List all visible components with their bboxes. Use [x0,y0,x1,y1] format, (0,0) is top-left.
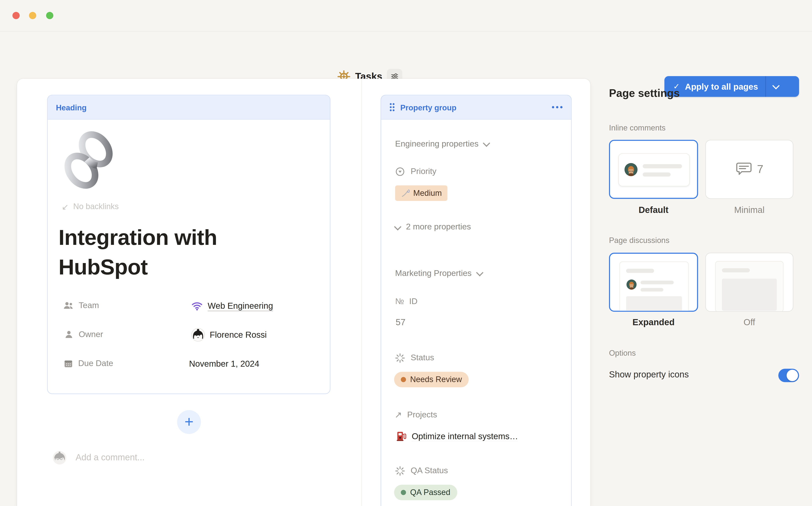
placeholder-line [626,269,654,273]
page-title[interactable]: Integration with HubSpot [59,223,302,282]
property-group-label: Property group [400,103,456,112]
document-preview-card [619,262,689,312]
id-value[interactable]: 57 [396,316,405,329]
placeholder-block [722,279,777,311]
discussions-expanded-option[interactable] [609,253,698,312]
people-icon [63,300,74,311]
heading-block-header[interactable]: Heading [48,95,330,120]
chevron-down-icon [394,223,401,231]
off-option-label: Off [705,317,793,328]
plus-icon: + [184,414,193,430]
spinner-burst-icon [394,352,405,363]
group-engineering-properties[interactable]: Engineering properties [395,138,488,150]
property-group-block[interactable]: Property group Engineering properties Pr… [381,95,572,506]
window-titlebar [0,0,812,31]
more-properties-toggle[interactable]: 2 more properties [395,221,471,233]
placeholder-line [643,164,682,168]
numero-icon: № [395,297,404,306]
inline-comments-minimal-option[interactable]: 7 [705,140,793,199]
qa-status-dot [401,490,406,495]
projects-value-label: Optimize internal systems… [412,431,518,441]
projects-value[interactable]: Optimize internal systems… [396,429,518,443]
status-value-label: Needs Review [410,375,462,384]
needle-icon [401,189,410,198]
add-block-button[interactable]: + [177,410,201,434]
apply-dropdown-button[interactable] [773,82,778,91]
owner-label: Owner [79,330,103,339]
close-window-button[interactable] [12,12,20,19]
document-preview-card-muted [715,261,784,312]
minimize-window-button[interactable] [29,12,36,19]
more-properties-label: 2 more properties [406,222,471,232]
id-label: ID [409,297,418,306]
field-row-owner[interactable]: Owner Florence Rossi [63,327,322,342]
status-value-pill[interactable]: Needs Review [394,372,469,387]
options-section-label: Options [609,348,636,357]
maximize-window-button[interactable] [46,12,53,19]
placeholder-block [626,296,682,312]
backlinks-indicator[interactable]: ↙ No backlinks [62,201,119,212]
show-property-icons-toggle[interactable] [779,369,799,382]
comment-count: 7 [757,163,763,176]
owner-value-label: Florence Rossi [210,330,267,340]
field-row-due-date[interactable]: Due Date November 1, 2024 [63,356,322,371]
owner-value[interactable]: Florence Rossi [191,328,267,341]
person-icon [64,329,74,340]
priority-value-label: Medium [413,188,442,198]
commenter-avatar [52,450,67,465]
florence-avatar [191,328,205,341]
more-options-icon[interactable] [551,106,563,109]
comment-input[interactable]: Add a comment... [76,452,145,462]
comment-bubble-icon [735,162,752,177]
drag-handle-icon[interactable] [388,102,396,112]
heading-block[interactable]: Heading ↙ No backlinks Integration with … [47,95,331,394]
status-property-row[interactable]: Status [394,351,434,364]
priority-label: Priority [411,167,437,176]
team-label: Team [79,301,99,310]
group-marketing-properties[interactable]: Marketing Properties [395,267,481,280]
wifi-icon [191,300,203,312]
qa-status-value-label: QA Passed [410,488,450,497]
property-group-header[interactable]: Property group [381,95,571,120]
inline-comments-section-label: Inline comments [609,123,665,132]
arrow-northeast-icon: ↗ [394,409,402,420]
toggle-knob [787,370,798,381]
projects-label: Projects [407,410,437,420]
id-property-row[interactable]: № ID [395,294,418,308]
field-row-team[interactable]: Team Web Engineering [63,299,322,313]
status-dot [401,377,406,382]
fuel-pump-emoji [396,430,407,442]
projects-property-row[interactable]: ↗ Projects [394,408,437,422]
chevron-down-icon [772,82,780,89]
due-date-value[interactable]: November 1, 2024 [189,359,259,368]
id-value-label: 57 [396,317,405,328]
group2-label: Marketing Properties [395,269,472,278]
chain-links-emoji [58,129,119,190]
apply-to-all-pages-button[interactable]: ✓ Apply to all pages [664,76,799,97]
backlinks-label: No backlinks [73,202,119,211]
priority-property-row[interactable]: Priority [394,165,437,178]
spinner-burst-icon [394,465,405,476]
status-label: Status [411,353,434,362]
due-date-label: Due Date [78,359,113,368]
sample-avatar [626,279,637,290]
team-value[interactable]: Web Engineering [191,300,273,312]
app-window: Cancel Tasks [0,0,812,506]
qa-status-label: QA Status [411,466,448,475]
add-comment-row[interactable]: Add a comment... [52,450,145,465]
qa-status-value-pill[interactable]: QA Passed [394,485,457,500]
default-option-label: Default [609,205,698,216]
discussions-off-option[interactable] [705,253,793,312]
chevron-down-icon [483,140,490,147]
apply-label: Apply to all pages [685,82,758,92]
page-settings-title: Page settings [609,87,680,99]
qa-status-property-row[interactable]: QA Status [394,464,448,478]
show-property-icons-label: Show property icons [609,370,689,380]
inline-comments-default-option[interactable] [609,140,698,199]
placeholder-line [643,173,670,177]
placeholder-line [640,288,663,291]
heading-block-label: Heading [56,103,87,112]
due-date-value-label: November 1, 2024 [189,359,259,368]
team-value-label: Web Engineering [208,301,273,311]
priority-value-tag[interactable]: Medium [395,185,448,201]
